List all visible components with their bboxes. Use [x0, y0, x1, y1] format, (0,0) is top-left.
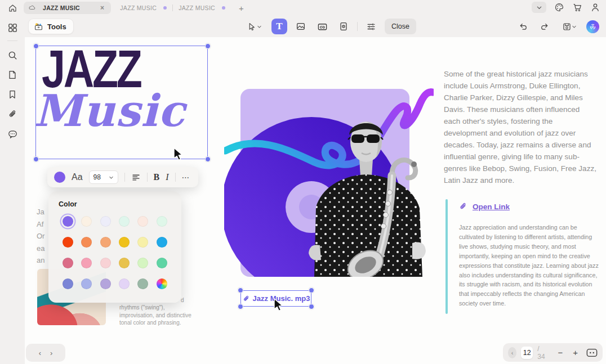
selection-handle[interactable]	[33, 43, 39, 49]
text-fragment: ea	[37, 242, 44, 255]
store-button[interactable]	[572, 2, 582, 12]
color-swatch[interactable]	[157, 216, 167, 227]
selection-handle[interactable]	[205, 156, 211, 162]
color-swatch[interactable]	[100, 237, 111, 248]
close-button[interactable]: Close	[385, 19, 416, 34]
collapse-pager-button[interactable]: ‹	[508, 347, 516, 358]
color-swatch[interactable]	[119, 258, 130, 268]
sidebar-item-thumbnails[interactable]	[4, 66, 21, 83]
color-panel-title: Color	[59, 200, 171, 208]
color-swatch[interactable]	[137, 258, 148, 268]
body-paragraph: Some of the great historical jazz musici…	[444, 68, 597, 186]
undo-icon	[518, 21, 528, 32]
title-selection-box[interactable]	[35, 46, 208, 159]
zoom-in-button[interactable]: +	[570, 348, 581, 357]
color-swatch[interactable]	[81, 278, 92, 289]
tab-jazz-music-1[interactable]: JAZZ MUSIC ×	[24, 2, 111, 14]
selection-handle[interactable]	[238, 304, 243, 309]
color-swatch[interactable]	[137, 278, 148, 289]
color-swatch[interactable]	[100, 278, 111, 289]
select-tool-button[interactable]	[243, 19, 266, 34]
color-swatch[interactable]	[81, 237, 92, 248]
home-button[interactable]	[5, 2, 20, 14]
tab-jazz-music-2[interactable]: JAZZ MUSIC	[117, 2, 170, 14]
font-color-button[interactable]	[54, 172, 65, 183]
color-swatch[interactable]	[157, 258, 167, 268]
align-button[interactable]	[131, 173, 141, 182]
link-tool-button[interactable]	[314, 19, 330, 34]
fit-width-icon	[586, 348, 598, 357]
open-link[interactable]: Open Link	[458, 202, 510, 211]
tools-button[interactable]: Tools	[28, 19, 74, 34]
selection-handle[interactable]	[238, 287, 243, 293]
color-swatch[interactable]	[63, 278, 73, 289]
color-swatch[interactable]	[63, 258, 73, 268]
sidebar-item-search[interactable]	[4, 47, 21, 64]
selection-handle[interactable]	[33, 156, 39, 162]
more-options-button[interactable]: ⋯	[182, 173, 190, 182]
sidebar-item-attachments[interactable]	[4, 106, 21, 123]
italic-button[interactable]: I	[166, 172, 168, 182]
tab-label: JAZZ MUSIC	[117, 5, 160, 11]
font-size-select[interactable]: 98	[89, 170, 118, 184]
undo-button[interactable]	[515, 19, 531, 34]
zoom-out-button[interactable]: −	[555, 348, 565, 357]
adjust-tool-button[interactable]	[363, 19, 379, 34]
page-number-input[interactable]: 12	[521, 347, 533, 359]
font-size-value: 98	[93, 173, 101, 181]
color-swatch[interactable]	[119, 237, 130, 248]
page-location-tool-button[interactable]	[336, 19, 351, 34]
top-tab-bar: JAZZ MUSIC × JAZZ MUSIC JAZZ MUSIC +	[0, 0, 606, 16]
sidebar-item-bookmarks[interactable]	[4, 86, 21, 103]
selection-handle[interactable]	[309, 304, 314, 309]
text-tool-button[interactable]: T	[271, 19, 287, 34]
account-button[interactable]	[590, 2, 600, 12]
color-swatch[interactable]	[81, 258, 92, 268]
chevron-down-icon	[572, 24, 577, 29]
sidebar-item-panels[interactable]	[4, 19, 21, 36]
font-family-button[interactable]: Aa	[72, 172, 83, 182]
toolbar-right-group	[515, 18, 599, 35]
color-swatch[interactable]	[119, 278, 130, 289]
color-swatch[interactable]	[63, 237, 73, 248]
color-panel: Color	[48, 191, 181, 303]
prev-page-button[interactable]: ‹	[39, 349, 41, 357]
color-swatch[interactable]	[137, 216, 148, 227]
tab-jazz-music-3[interactable]: JAZZ MUSIC	[175, 2, 229, 14]
color-swatch[interactable]	[157, 237, 167, 248]
theme-button[interactable]	[554, 2, 564, 12]
redo-button[interactable]	[537, 19, 552, 34]
paperclip-icon	[458, 202, 467, 211]
fit-width-button[interactable]	[586, 348, 598, 357]
save-button[interactable]	[558, 19, 581, 34]
selection-handle[interactable]	[205, 43, 211, 49]
color-swatch[interactable]	[157, 278, 167, 289]
color-swatch[interactable]	[100, 216, 111, 227]
color-swatch[interactable]	[119, 216, 130, 227]
sidebar-item-comments[interactable]	[4, 125, 21, 142]
toolbar-center-group: T Close	[243, 18, 416, 35]
tab-label: JAZZ MUSIC	[39, 5, 83, 11]
search-icon	[7, 50, 18, 61]
bold-button[interactable]: B	[154, 172, 160, 182]
selection-handle[interactable]	[309, 287, 314, 293]
left-sidebar	[0, 16, 25, 364]
color-swatch[interactable]	[100, 258, 111, 268]
tab-close-icon[interactable]: ×	[98, 4, 106, 12]
color-swatch[interactable]	[63, 216, 73, 227]
collapse-toolbar-button[interactable]	[532, 2, 546, 13]
new-tab-button[interactable]: +	[239, 3, 244, 13]
audio-attachment[interactable]: Jazz Music. mp3	[240, 290, 311, 307]
text-fragment: d	[181, 297, 184, 303]
color-swatch[interactable]	[137, 237, 148, 248]
ai-assistant-button[interactable]	[586, 20, 599, 33]
text-fragment: an	[37, 254, 44, 267]
text-fragment: Ja	[37, 206, 44, 218]
image-tool-button[interactable]	[293, 19, 309, 34]
paperclip-icon	[242, 295, 250, 303]
color-swatch[interactable]	[81, 216, 92, 227]
next-page-button[interactable]: ›	[50, 349, 52, 357]
page-total-label: / 34	[537, 345, 546, 361]
image-icon	[296, 21, 306, 32]
jazz-illustration[interactable]	[224, 79, 434, 277]
